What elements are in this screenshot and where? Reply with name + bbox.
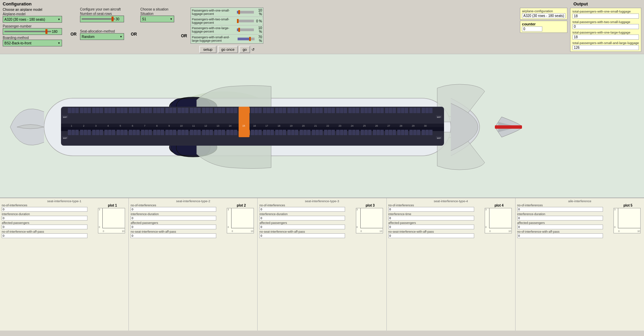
- chart-title-3: seat-interference-type-4: [388, 199, 514, 203]
- svg-rect-221: [429, 130, 432, 135]
- svg-rect-160: [324, 108, 327, 113]
- svg-rect-111: [239, 108, 242, 113]
- stat-0: total-passengers-with-one-small-luggage …: [572, 9, 639, 19]
- svg-rect-144: [295, 130, 298, 135]
- stat-value-2: 18: [572, 35, 639, 40]
- svg-rect-38: [112, 130, 115, 135]
- svg-text:26: 26: [375, 125, 378, 127]
- seat-rows-control[interactable]: 30: [80, 16, 124, 22]
- svg-text:24: 24: [351, 125, 354, 127]
- svg-rect-120: [258, 108, 262, 113]
- svg-rect-150: [303, 130, 307, 135]
- svg-rect-163: [324, 130, 327, 135]
- chart-field-label-1-0: no-of-interferences: [130, 204, 226, 207]
- svg-rect-35: [112, 108, 115, 113]
- svg-rect-52: [136, 130, 140, 135]
- svg-rect-128: [263, 130, 266, 135]
- svg-rect-202: [397, 108, 401, 113]
- configure-own-label: Configure your own aircraft: [80, 7, 127, 11]
- svg-rect-168: [340, 108, 343, 113]
- svg-rect-83: [194, 108, 197, 113]
- svg-text:25: 25: [363, 125, 366, 127]
- svg-rect-98: [222, 108, 225, 113]
- chart-plot-label-1: plot 2: [227, 204, 256, 207]
- chart-panel-2: seat-interference-type-3 no-of-interfere…: [258, 198, 386, 331]
- chart-panel-1: seat-interference-type-2 no-of-interfere…: [129, 198, 258, 331]
- svg-rect-142: [287, 130, 291, 135]
- svg-rect-178: [352, 130, 356, 135]
- svg-rect-171: [340, 130, 343, 135]
- svg-rect-153: [312, 108, 315, 113]
- svg-rect-151: [307, 130, 310, 135]
- svg-rect-140: [291, 108, 295, 113]
- situation-arrow-icon: ▼: [170, 18, 173, 21]
- svg-rect-209: [409, 108, 413, 113]
- svg-text:16: 16: [253, 125, 256, 127]
- svg-rect-197: [393, 108, 396, 113]
- svg-rect-103: [226, 108, 230, 113]
- svg-rect-127: [270, 108, 274, 113]
- svg-rect-47: [129, 108, 132, 113]
- chart-field-value-4-3: 0: [517, 233, 603, 238]
- svg-rect-161: [328, 108, 331, 113]
- svg-rect-15: [68, 130, 71, 135]
- svg-text:30: 30: [424, 125, 427, 127]
- stat-2: total-passengers-with-one-large-luggage …: [572, 30, 639, 40]
- chart-field-value-0-0: 0: [2, 207, 87, 212]
- airplane-model-dropdown[interactable]: A320 (30 rows - 180 seats) ▼: [3, 16, 62, 23]
- svg-rect-99: [214, 130, 218, 135]
- svg-rect-37: [108, 130, 112, 135]
- chart-field-value-3-1: 0: [388, 216, 474, 220]
- svg-rect-49: [136, 108, 140, 113]
- svg-text:21: 21: [314, 125, 317, 127]
- stat-1: total-passengers-with-two-small-luggage …: [572, 20, 639, 29]
- luggage-slider-1[interactable]: [237, 20, 254, 22]
- svg-rect-80: [185, 130, 188, 135]
- svg-rect-167: [336, 108, 340, 113]
- boarding-method-value: BS2-Back-to-front: [4, 41, 31, 45]
- svg-rect-97: [218, 108, 221, 113]
- go-icon: ↺: [251, 47, 255, 52]
- svg-rect-54: [141, 108, 144, 113]
- svg-rect-48: [133, 108, 136, 113]
- output-title: Output: [520, 1, 641, 6]
- svg-rect-27: [96, 108, 99, 113]
- chart-field-label-3-3: no-seat-interference-with-aff-pass: [388, 230, 484, 233]
- svg-rect-190: [380, 108, 384, 113]
- luggage-value-3: 70 %: [256, 35, 262, 43]
- go-once-button[interactable]: go once: [218, 46, 238, 53]
- svg-rect-220: [425, 130, 429, 135]
- svg-rect-195: [385, 108, 388, 113]
- chart-field-label-1-2: affected-passengers: [130, 221, 226, 225]
- luggage-slider-2[interactable]: [237, 28, 254, 31]
- svg-rect-105: [234, 108, 237, 113]
- svg-text:4: 4: [107, 125, 109, 127]
- situation-dropdown[interactable]: S1 ▼: [140, 16, 174, 22]
- svg-rect-210: [413, 108, 417, 113]
- chart-title-4: aile-interference: [517, 199, 642, 203]
- luggage-slider-0[interactable]: [237, 11, 254, 14]
- svg-rect-50: [129, 130, 132, 135]
- svg-rect-141: [295, 108, 298, 113]
- svg-rect-85: [190, 130, 193, 135]
- chart-field-value-2-0: 0: [259, 207, 345, 212]
- setup-button[interactable]: setup: [199, 46, 217, 53]
- svg-rect-179: [356, 130, 359, 135]
- seat-allocation-dropdown[interactable]: Random ▼: [80, 33, 124, 40]
- svg-rect-96: [214, 108, 218, 113]
- svg-rect-174: [348, 108, 352, 113]
- chart-field-label-0-2: affected-passengers: [2, 221, 97, 225]
- svg-rect-107: [230, 130, 234, 135]
- svg-rect-126: [267, 108, 270, 113]
- luggage-value-1: 0 %: [255, 19, 262, 23]
- luggage-slider-3[interactable]: [238, 38, 255, 40]
- svg-rect-203: [401, 108, 404, 113]
- svg-rect-23: [84, 130, 87, 135]
- passenger-number-slider[interactable]: 180: [3, 28, 62, 35]
- seat-allocation-arrow-icon: ▼: [120, 35, 122, 38]
- chart-title-2: seat-interference-type-3: [259, 199, 384, 203]
- go-button[interactable]: go: [239, 46, 250, 53]
- boarding-method-dropdown[interactable]: BS2-Back-to-front ▼: [3, 40, 62, 46]
- counter-label: counter: [522, 22, 565, 26]
- counter-value: 0: [522, 26, 542, 31]
